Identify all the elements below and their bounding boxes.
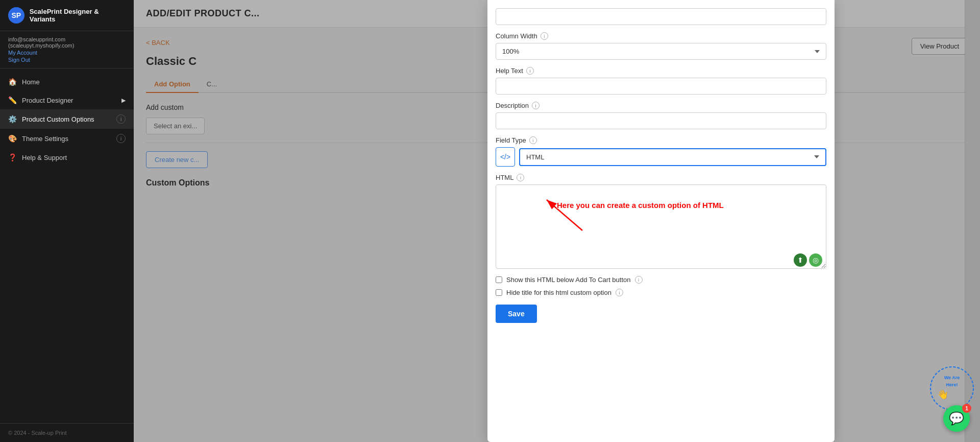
html-textarea-wrapper: Here you can create a custom option of H… <box>496 184 826 271</box>
column-width-info-icon[interactable]: i <box>541 32 548 40</box>
sidebar-footer: © 2024 - Scale-up Print <box>0 423 134 442</box>
description-info-icon[interactable]: i <box>532 102 540 109</box>
field-type-info-icon[interactable]: i <box>529 136 537 144</box>
textarea-icon-1[interactable]: ⬆ <box>794 253 807 267</box>
column-width-select[interactable]: 100% 25% 33% 50% 75% <box>496 43 826 60</box>
custom-options-icon: ⚙️ <box>8 115 17 123</box>
sidebar-item-label-theme: Theme Settings <box>22 135 68 143</box>
app-title: ScalePrint Designer & Variants <box>30 8 126 23</box>
modal-top-input[interactable] <box>496 8 826 25</box>
sidebar-item-label-designer: Product Designer <box>22 97 73 104</box>
column-width-label: Column Width i <box>496 32 826 40</box>
help-text-input[interactable] <box>496 78 826 95</box>
sidebar-item-label-custom-options: Product Custom Options <box>22 115 94 123</box>
field-type-section: Field Type i </> HTML Text Number Select… <box>487 129 835 167</box>
svg-text:Here!: Here! <box>946 382 958 387</box>
show-html-label: Show this HTML below Add To Cart button <box>506 276 631 284</box>
theme-settings-icon: 🎨 <box>8 134 17 143</box>
svg-text:We Are: We Are <box>944 375 960 380</box>
hide-title-checkbox[interactable] <box>496 289 502 296</box>
field-type-label: Field Type i <box>496 136 826 144</box>
field-type-row: </> HTML Text Number Select Checkbox Rad… <box>496 147 826 167</box>
account-email: info@scaleupprint.com <box>8 36 65 42</box>
account-store: (scaleupyt.myshopify.com) <box>8 42 74 49</box>
app-logo-icon: SP <box>8 7 24 24</box>
svg-text:👋: 👋 <box>937 389 949 400</box>
html-section: HTML i Here <box>487 167 835 271</box>
show-html-checkbox-row: Show this HTML below Add To Cart button … <box>487 271 835 284</box>
help-text-section: Help Text i <box>487 60 835 95</box>
custom-options-info-icon[interactable]: i <box>116 114 126 124</box>
sidebar-item-product-custom-options[interactable]: ⚙️ Product Custom Options i <box>0 109 134 129</box>
textarea-icon-2[interactable]: ◎ <box>809 253 822 267</box>
column-width-section: Column Width i 100% 25% 33% 50% 75% <box>487 25 835 60</box>
description-label: Description i <box>496 102 826 109</box>
theme-settings-info-icon[interactable]: i <box>116 134 126 143</box>
hide-title-info-icon[interactable]: i <box>616 289 623 296</box>
sign-out-link[interactable]: Sign Out <box>8 57 126 63</box>
sidebar-item-label-home: Home <box>22 78 40 86</box>
description-input[interactable] <box>496 112 826 129</box>
chevron-right-icon: ▶ <box>121 97 126 104</box>
html-label: HTML i <box>496 174 826 181</box>
my-account-link[interactable]: My Account <box>8 50 126 56</box>
sidebar-nav: 🏠 Home ✏️ Product Designer ▶ ⚙️ Product … <box>0 68 134 423</box>
chat-button[interactable]: 💬 1 <box>943 405 970 432</box>
sidebar-item-product-designer[interactable]: ✏️ Product Designer ▶ <box>0 91 134 109</box>
hide-title-checkbox-row: Hide title for this html custom option i <box>487 284 835 296</box>
show-html-info-icon[interactable]: i <box>635 276 643 284</box>
description-section: Description i <box>487 95 835 129</box>
sidebar-item-help-support[interactable]: ❓ Help & Support <box>0 148 134 167</box>
html-info-icon[interactable]: i <box>517 174 524 181</box>
home-icon: 🏠 <box>8 78 17 86</box>
field-type-select[interactable]: HTML Text Number Select Checkbox Radio C… <box>519 148 826 166</box>
sidebar-item-theme-settings[interactable]: 🎨 Theme Settings i <box>0 129 134 148</box>
html-textarea[interactable] <box>496 184 826 269</box>
textarea-icons: ⬆ ◎ <box>794 253 822 267</box>
product-designer-icon: ✏️ <box>8 96 17 104</box>
modal-dialog: Column Width i 100% 25% 33% 50% 75% Help… <box>487 0 835 442</box>
code-button[interactable]: </> <box>496 147 515 167</box>
account-info: info@scaleupprint.com (scaleupyt.myshopi… <box>0 31 134 68</box>
sidebar-item-home[interactable]: 🏠 Home <box>0 73 134 91</box>
sidebar: SP ScalePrint Designer & Variants info@s… <box>0 0 134 442</box>
help-icon: ❓ <box>8 153 17 161</box>
main-content: ADD/EDIT PRODUCT C... < BACK View Produc… <box>134 0 980 442</box>
chat-badge: 1 <box>962 404 971 413</box>
chat-widget: We Are Here! 👋 💬 1 <box>943 405 970 432</box>
save-button[interactable]: Save <box>496 305 537 323</box>
help-text-info-icon[interactable]: i <box>526 67 534 75</box>
hide-title-label: Hide title for this html custom option <box>506 289 611 296</box>
sidebar-item-label-help: Help & Support <box>22 154 67 161</box>
show-html-checkbox[interactable] <box>496 276 502 283</box>
help-text-label: Help Text i <box>496 67 826 75</box>
sidebar-logo: SP ScalePrint Designer & Variants <box>0 0 134 31</box>
